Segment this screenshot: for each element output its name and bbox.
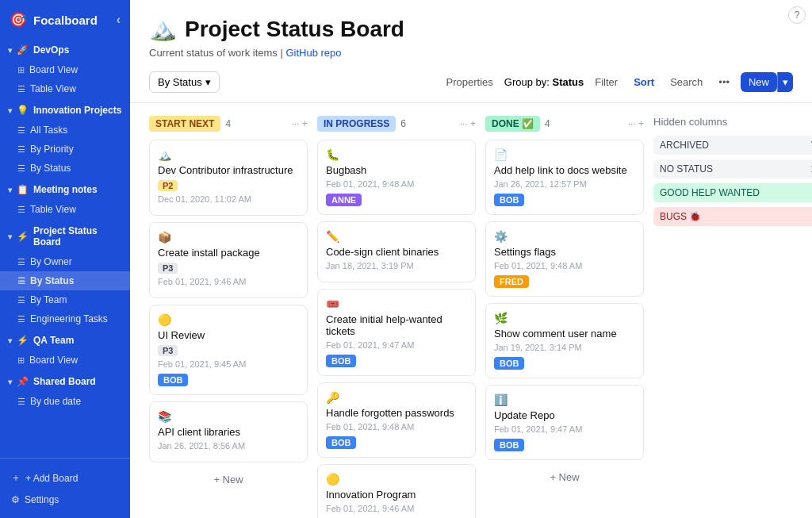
new-dropdown-button[interactable]: ▾ xyxy=(777,72,793,92)
filter-button[interactable]: Filter xyxy=(590,73,622,91)
card-date: Feb 01, 2021, 9:48 AM xyxy=(494,261,635,271)
add-board-button[interactable]: ＋ + Add Board xyxy=(8,466,122,489)
card[interactable]: ✏️ Code-sign client binaries Jan 18, 202… xyxy=(317,221,476,282)
card-date: Feb 01, 2021, 9:46 AM xyxy=(158,277,299,286)
card-priority-badge: P2 xyxy=(158,180,178,191)
card-icon: 🟡 xyxy=(158,313,299,326)
sidebar-group-project-status-board[interactable]: ▾⚡Project Status Board xyxy=(0,221,130,252)
search-button[interactable]: Search xyxy=(665,73,707,91)
column-count: 4 xyxy=(545,118,550,129)
sidebar-item-table-view[interactable]: ☰Table View xyxy=(0,79,130,98)
card[interactable]: 🟡 UI Review P3 Feb 01, 2021, 9:45 AM BOB xyxy=(149,305,308,395)
page-subtitle: Current status of work items | GitHub re… xyxy=(149,47,793,59)
card[interactable]: ⚙️ Settings flags Feb 01, 2021, 9:48 AM … xyxy=(485,221,644,297)
card-icon: 📄 xyxy=(494,148,635,161)
sidebar-item-by-owner[interactable]: ☰By Owner xyxy=(0,252,130,271)
sidebar-item-icon: ☰ xyxy=(17,205,25,215)
card-date: Feb 01, 2021, 9:48 AM xyxy=(326,422,467,432)
column-actions[interactable]: ··· + xyxy=(460,118,476,129)
sidebar-item-icon: ☰ xyxy=(17,276,25,286)
card-date: Feb 01, 2021, 9:46 AM xyxy=(326,504,467,513)
card[interactable]: 🐛 Bugbash Feb 01, 2021, 9:48 AM ANNE xyxy=(317,140,476,215)
column-actions[interactable]: ··· + xyxy=(628,118,644,129)
sidebar-item-icon: ⊞ xyxy=(17,355,25,366)
card-user-tag: BOB xyxy=(326,355,356,367)
card-user-tag: BOB xyxy=(494,439,524,451)
sidebar: 🎯 Focalboard ‹ ▾🚀DevOps⊞Board View☰Table… xyxy=(0,0,130,518)
card[interactable]: 🟡 Innovation Program Feb 01, 2021, 9:46 … xyxy=(317,464,476,518)
group-arrow-icon: ▾ xyxy=(8,186,12,194)
board: START NEXT 4 ··· + 🏔️ Dev Contributor in… xyxy=(130,103,812,518)
card-user-tag: BOB xyxy=(158,374,188,386)
hidden-column-no-status[interactable]: NO STATUS16 xyxy=(653,159,812,178)
subtitle-text: Current status of work items | xyxy=(149,47,283,59)
column-header-start-next: START NEXT 4 ··· + xyxy=(149,116,308,132)
dropdown-icon: ▾ xyxy=(205,76,211,88)
card-date: Jan 18, 2021, 3:19 PM xyxy=(326,261,467,271)
column-actions[interactable]: ··· + xyxy=(292,118,308,129)
card-icon: 🔑 xyxy=(326,391,467,404)
group-icon: ⚡ xyxy=(17,231,29,242)
properties-button[interactable]: Properties xyxy=(442,73,498,91)
sidebar-item-engineering-tasks[interactable]: ☰Engineering Tasks xyxy=(0,309,130,328)
sidebar-group-shared-board[interactable]: ▾📌Shared Board xyxy=(0,371,130,392)
column-header-in-progress: IN PROGRESS 6 ··· + xyxy=(317,116,476,132)
card-date: Dec 01, 2020, 11:02 AM xyxy=(158,194,299,204)
card[interactable]: 📚 API client libraries Jan 26, 2021, 8:5… xyxy=(149,401,308,462)
card-title: Add help link to docs website xyxy=(494,164,635,176)
column-title: IN PROGRESS xyxy=(317,116,396,132)
sidebar-item-board-view[interactable]: ⊞Board View xyxy=(0,60,130,79)
column-in-progress: IN PROGRESS 6 ··· + 🐛 Bugbash Feb 01, 20… xyxy=(317,116,476,518)
add-new-button-done[interactable]: + New xyxy=(485,466,644,488)
sidebar-group-qa-team[interactable]: ▾⚡QA Team xyxy=(0,330,130,351)
sidebar-group-innovation-projects[interactable]: ▾💡Innovation Projects xyxy=(0,100,130,121)
sidebar-item-table-view-2[interactable]: ☰Table View xyxy=(0,200,130,219)
card-icon: 🌿 xyxy=(494,312,635,324)
group-label: DevOps xyxy=(33,44,69,56)
card[interactable]: 📦 Create install package P3 Feb 01, 2021… xyxy=(149,222,308,298)
group-by-dropdown[interactable]: By Status ▾ xyxy=(149,71,220,93)
sidebar-item-label: Board View xyxy=(29,64,78,75)
card[interactable]: 🎟️ Create initial help-wanted tickets Fe… xyxy=(317,289,476,376)
group-label: Project Status Board xyxy=(33,225,122,247)
github-link[interactable]: GitHub repo xyxy=(285,47,341,59)
group-icon: 📌 xyxy=(17,376,29,387)
sidebar-item-board-view-qa[interactable]: ⊞Board View xyxy=(0,351,130,370)
app-logo[interactable]: 🎯 Focalboard ‹ xyxy=(0,0,130,40)
card[interactable]: 🌿 Show comment user name Jan 19, 2021, 3… xyxy=(485,303,644,378)
hidden-column-bugs[interactable]: BUGS 🐞0 xyxy=(653,207,812,226)
group-by-label: By Status xyxy=(158,76,202,88)
settings-button[interactable]: ⚙ Settings xyxy=(8,489,122,510)
sidebar-item-by-status[interactable]: ☰By Status xyxy=(0,159,130,178)
sidebar-item-by-team[interactable]: ☰By Team xyxy=(0,290,130,309)
hidden-column-good-help-wanted[interactable]: GOOD HELP WANTED2 xyxy=(653,183,812,202)
card[interactable]: ℹ️ Update Repo Feb 01, 2021, 9:47 AM BOB xyxy=(485,385,644,460)
collapse-sidebar-button[interactable]: ‹ xyxy=(117,13,121,27)
column-count: 6 xyxy=(400,118,406,129)
page-icon: 🏔️ xyxy=(149,16,177,42)
card[interactable]: 📄 Add help link to docs website Jan 26, … xyxy=(485,140,644,215)
group-icon: ⚡ xyxy=(17,335,29,346)
sidebar-item-by-priority[interactable]: ☰By Priority xyxy=(0,140,130,159)
sidebar-group-devops[interactable]: ▾🚀DevOps xyxy=(0,40,130,60)
sidebar-section-innovation-projects: ▾💡Innovation Projects☰All Tasks☰By Prior… xyxy=(0,100,130,178)
card-date: Feb 01, 2021, 9:47 AM xyxy=(326,340,467,350)
sidebar-item-icon: ☰ xyxy=(17,84,25,94)
card-title: Bugbash xyxy=(326,164,467,176)
sidebar-section-meeting-notes: ▾📋Meeting notes☰Table View xyxy=(0,179,130,219)
card-user-tag: FRED xyxy=(494,275,529,288)
sidebar-item-label: By Owner xyxy=(30,256,72,267)
sort-button[interactable]: Sort xyxy=(629,73,659,91)
sidebar-group-meeting-notes[interactable]: ▾📋Meeting notes xyxy=(0,179,130,200)
card[interactable]: 🏔️ Dev Contributor infrastructure P2 Dec… xyxy=(149,140,308,216)
hidden-column-archived[interactable]: ARCHIVED74 xyxy=(653,136,812,155)
card[interactable]: 🔑 Handle forgotten passwords Feb 01, 202… xyxy=(317,382,476,458)
more-options-button[interactable]: ••• xyxy=(714,73,734,91)
sidebar-item-by-status-2[interactable]: ☰By Status xyxy=(0,271,130,290)
add-new-button-start-next[interactable]: + New xyxy=(149,469,308,490)
help-button[interactable]: ? xyxy=(788,6,806,24)
sidebar-item-by-due-date[interactable]: ☰By due date xyxy=(0,392,130,411)
new-button[interactable]: New xyxy=(741,72,777,92)
hidden-column-label: GOOD HELP WANTED xyxy=(660,187,760,198)
sidebar-item-all-tasks[interactable]: ☰All Tasks xyxy=(0,121,130,140)
